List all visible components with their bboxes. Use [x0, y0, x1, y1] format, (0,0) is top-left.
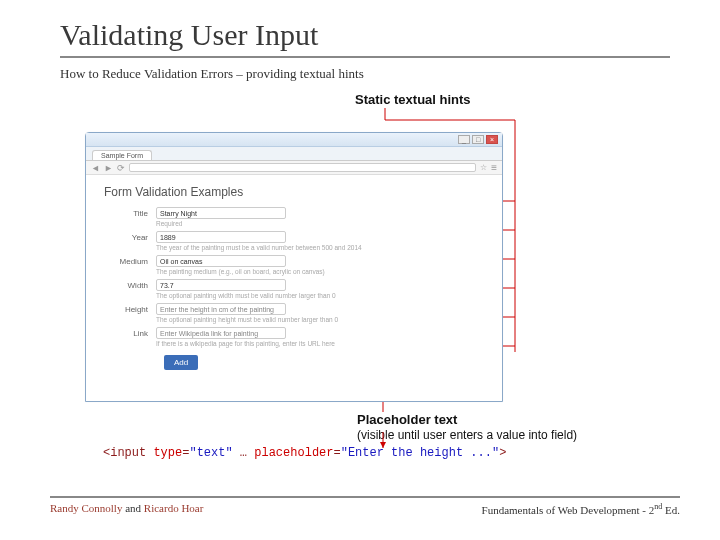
field-hint: The painting medium (e.g., oil on board,… — [156, 268, 484, 275]
title-rule — [60, 56, 670, 58]
code-type-val: "text" — [189, 446, 232, 460]
tab-strip: Sample Form — [86, 147, 502, 161]
page-heading: Form Validation Examples — [104, 185, 484, 199]
menu-icon[interactable]: ≡ — [491, 162, 497, 173]
back-icon[interactable]: ◄ — [91, 163, 100, 173]
field-hint: The year of the painting must be a valid… — [156, 244, 484, 251]
code-open: <input — [103, 446, 146, 460]
field-label: Link — [104, 327, 156, 338]
field-label: Title — [104, 207, 156, 218]
form: TitleStarry NightRequiredYear1889The yea… — [104, 207, 484, 347]
field-hint: If there is a wikipedia page for this pa… — [156, 340, 484, 347]
form-row: MediumOil on canvasThe painting medium (… — [104, 255, 484, 275]
code-close: > — [499, 446, 506, 460]
url-field[interactable] — [129, 163, 476, 172]
page-content: Form Validation Examples TitleStarry Nig… — [86, 175, 502, 380]
maximize-button[interactable]: □ — [472, 135, 484, 144]
browser-window: _ □ × Sample Form ◄ ► ⟳ ☆ ≡ Form Validat… — [85, 132, 503, 402]
field-label: Width — [104, 279, 156, 290]
callout-placeholder-1: Placeholder text — [357, 412, 457, 427]
medium-input[interactable]: Oil on canvas — [156, 255, 286, 267]
window-titlebar: _ □ × — [86, 133, 502, 147]
width-input[interactable]: 73.7 — [156, 279, 286, 291]
form-row: TitleStarry NightRequired — [104, 207, 484, 227]
code-ellipsis: … — [240, 446, 247, 460]
code-placeholder-val: "Enter the height ..." — [341, 446, 499, 460]
height-input[interactable]: Enter the height in cm of the painting — [156, 303, 286, 315]
field-label: Height — [104, 303, 156, 314]
book-title-1: Fundamentals of Web Development - 2 — [482, 504, 655, 516]
field-hint: The optional painting height must be val… — [156, 316, 484, 323]
code-snippet: <input type="text" … placeholder="Enter … — [103, 446, 506, 460]
year-input[interactable]: 1889 — [156, 231, 286, 243]
field-label: Year — [104, 231, 156, 242]
title-input[interactable]: Starry Night — [156, 207, 286, 219]
code-type-attr: type — [153, 446, 182, 460]
forward-icon[interactable]: ► — [104, 163, 113, 173]
author-1: Randy Connolly — [50, 502, 122, 514]
footer-book: Fundamentals of Web Development - 2nd Ed… — [482, 502, 680, 516]
form-row: Year1889The year of the painting must be… — [104, 231, 484, 251]
author-2: Ricardo Hoar — [144, 502, 204, 514]
form-row: Width73.7The optional painting width mus… — [104, 279, 484, 299]
reload-icon[interactable]: ⟳ — [117, 163, 125, 173]
bookmark-icon[interactable]: ☆ — [480, 163, 487, 172]
link-input[interactable]: Enter Wikipedia link for painting — [156, 327, 286, 339]
add-button[interactable]: Add — [164, 355, 198, 370]
slide-footer: Randy Connolly and Ricardo Hoar Fundamen… — [50, 496, 680, 516]
field-hint: The optional painting width must be vali… — [156, 292, 484, 299]
close-button[interactable]: × — [486, 135, 498, 144]
callout-placeholder-2: (visible until user enters a value into … — [357, 428, 577, 442]
slide-subtitle: How to Reduce Validation Errors – provid… — [60, 66, 670, 82]
callout-static-hints: Static textual hints — [355, 92, 471, 107]
address-bar: ◄ ► ⟳ ☆ ≡ — [86, 161, 502, 175]
slide-title: Validating User Input — [60, 18, 670, 52]
field-hint: Required — [156, 220, 484, 227]
footer-and: and — [122, 502, 143, 514]
field-label: Medium — [104, 255, 156, 266]
form-row: LinkEnter Wikipedia link for paintingIf … — [104, 327, 484, 347]
footer-authors: Randy Connolly and Ricardo Hoar — [50, 502, 203, 516]
code-placeholder-attr: placeholder — [254, 446, 333, 460]
book-title-2: Ed. — [662, 504, 680, 516]
form-row: HeightEnter the height in cm of the pain… — [104, 303, 484, 323]
minimize-button[interactable]: _ — [458, 135, 470, 144]
browser-tab[interactable]: Sample Form — [92, 150, 152, 160]
